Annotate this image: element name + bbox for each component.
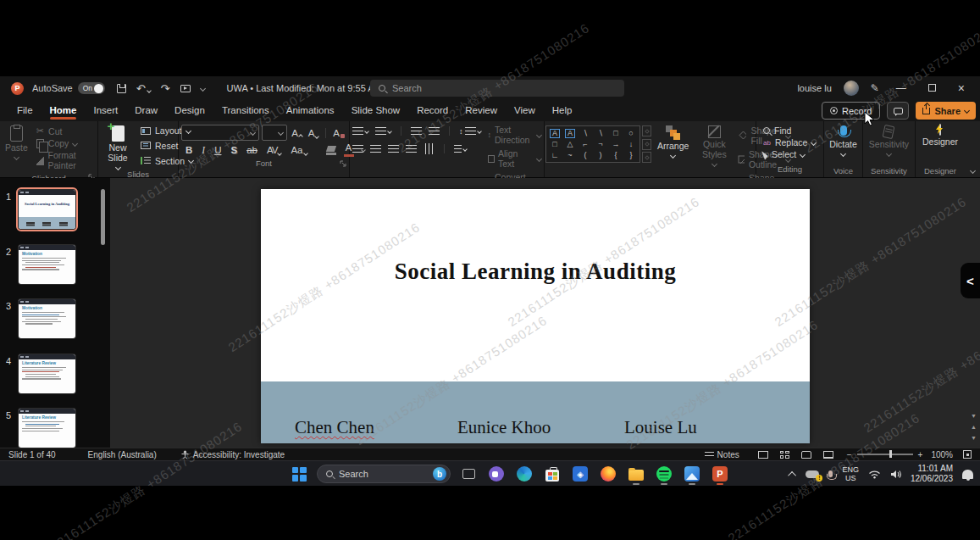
blue-app-button[interactable]: ◈	[570, 463, 590, 485]
hidden-icons-chevron-icon[interactable]	[789, 470, 797, 479]
line-spacing-button[interactable]: ↕	[459, 127, 481, 136]
shape-oval[interactable]: ○	[628, 130, 633, 137]
clear-formatting-button[interactable]: A	[331, 128, 346, 138]
designer-button[interactable]: Designer	[918, 123, 962, 164]
shapes-gallery[interactable]: A A ∖ ∖ □ ○ □ △ ⌐ ¬ → ↓ ∟ ~ (	[545, 125, 640, 163]
notes-button[interactable]: Notes	[705, 450, 739, 459]
ink-pen-icon[interactable]: ✎	[871, 83, 879, 93]
zoom-in-button[interactable]: +	[918, 450, 923, 459]
tab-draw[interactable]: Draw	[126, 102, 166, 120]
shapes-scroll-up-icon[interactable]	[642, 125, 651, 136]
shape-curve[interactable]: ~	[568, 152, 572, 159]
volume-icon[interactable]	[890, 470, 901, 479]
reading-view-button[interactable]	[801, 451, 811, 459]
titlebar-search[interactable]: Search	[370, 80, 624, 97]
microsoft-store-button[interactable]	[542, 463, 562, 485]
align-center-button[interactable]	[370, 145, 381, 153]
author-eunice-khoo[interactable]: Eunice Khoo	[457, 417, 551, 438]
record-button[interactable]: Record	[822, 102, 880, 120]
shape-arc[interactable]: (	[584, 152, 587, 159]
change-case-button[interactable]: Aa	[289, 145, 308, 155]
clock[interactable]: 11:01 AM 12/06/2023	[911, 464, 953, 485]
user-avatar[interactable]	[844, 81, 859, 96]
dictate-button[interactable]: Dictate	[825, 123, 861, 164]
fit-slide-to-window-icon[interactable]	[963, 450, 972, 459]
slide-indicator[interactable]: Slide 1 of 40	[8, 450, 56, 459]
font-name-combobox[interactable]	[181, 125, 259, 141]
zoom-slider[interactable]	[857, 454, 913, 454]
accessibility-status[interactable]: Accessibility: Investigate	[180, 450, 285, 459]
firefox-button[interactable]	[598, 463, 618, 485]
language-switcher[interactable]: ENG US	[842, 465, 859, 483]
collapse-ribbon-icon[interactable]	[969, 168, 975, 174]
autosave-control[interactable]: AutoSave On	[32, 82, 105, 94]
shape-textbox-alt[interactable]: A	[565, 129, 575, 138]
tab-home[interactable]: Home	[42, 102, 86, 120]
taskbar-search[interactable]: Search b	[317, 465, 451, 483]
tab-design[interactable]: Design	[166, 102, 213, 120]
tab-animations[interactable]: Animations	[278, 102, 343, 120]
character-spacing-button[interactable]: AV	[265, 145, 284, 155]
shape-right-brace[interactable]: }	[629, 152, 632, 159]
shrink-font-button[interactable]: A	[307, 128, 321, 138]
previous-slide-button[interactable]: ▲	[971, 424, 977, 430]
find-button[interactable]: Find	[761, 125, 822, 136]
thumbnail-scrollbar[interactable]	[101, 189, 105, 245]
qat-overflow-icon[interactable]	[199, 85, 205, 91]
slide-thumbnail-3[interactable]: Motivation	[19, 299, 75, 338]
notifications-bell-icon[interactable]	[962, 470, 973, 479]
next-slide-button[interactable]: ▼	[971, 435, 977, 441]
text-shadow-button[interactable]: S	[229, 145, 239, 155]
zoom-out-button[interactable]: −	[847, 450, 852, 459]
grow-font-button[interactable]: A	[290, 128, 304, 138]
chat-app-button[interactable]	[486, 463, 507, 485]
shape-rectangle[interactable]: □	[613, 130, 617, 137]
paste-button[interactable]: Paste	[1, 123, 32, 174]
slide-thumbnail-1[interactable]: Social Learning in Auditing	[19, 190, 75, 229]
shapes-scroll-down-icon[interactable]	[642, 139, 651, 150]
new-slide-button[interactable]: New Slide	[99, 123, 136, 170]
add-remove-columns-button[interactable]	[454, 145, 467, 153]
copy-button[interactable]: Copy	[34, 137, 97, 149]
tab-record[interactable]: Record	[408, 102, 457, 120]
bold-button[interactable]: B	[184, 145, 194, 155]
slideshow-view-button[interactable]	[823, 451, 833, 459]
powerpoint-app-icon[interactable]: P	[11, 82, 24, 95]
align-right-button[interactable]	[388, 145, 399, 153]
font-dialog-launcher-icon[interactable]	[340, 160, 346, 167]
italic-button[interactable]: I	[200, 145, 207, 155]
font-size-combobox[interactable]	[262, 125, 287, 141]
shape-down-arrow[interactable]: ↓	[629, 141, 634, 148]
redo-icon[interactable]: ↷	[161, 83, 170, 94]
tray-microphone-icon[interactable]	[828, 470, 833, 477]
align-text-button[interactable]: Align Text	[488, 148, 542, 169]
language-indicator[interactable]: English (Australia)	[88, 450, 157, 459]
wifi-icon[interactable]	[868, 470, 881, 479]
slide-thumbnail-2[interactable]: Motivation	[19, 245, 75, 284]
autosave-toggle[interactable]: On	[78, 82, 105, 94]
tab-slide-show[interactable]: Slide Show	[343, 102, 409, 120]
shape-rounded-rectangle[interactable]: □	[552, 141, 556, 148]
shape-freeform[interactable]: ∟	[551, 152, 559, 159]
bullets-button[interactable]	[352, 127, 368, 135]
tab-file[interactable]: File	[8, 102, 42, 120]
save-icon[interactable]	[117, 84, 126, 93]
slide-canvas[interactable]: Social Learning in Auditing Chen Chen Eu…	[261, 189, 810, 443]
zoom-slider-thumb[interactable]	[889, 450, 893, 458]
close-button[interactable]: ×	[953, 81, 970, 95]
text-highlight-button[interactable]	[326, 146, 336, 155]
tab-view[interactable]: View	[506, 102, 544, 120]
strikethrough-button[interactable]: ab	[245, 145, 259, 155]
start-button[interactable]	[289, 463, 309, 485]
slide-title[interactable]: Social Learning in Auditing	[261, 259, 810, 285]
edge-button[interactable]	[514, 463, 534, 485]
scroll-down-arrow-icon[interactable]: ▼	[971, 413, 977, 419]
numbering-button[interactable]	[375, 127, 391, 135]
minimize-button[interactable]: —	[891, 82, 911, 94]
shapes-gallery-more-icon[interactable]	[642, 152, 651, 163]
shape-arc-2[interactable]: )	[600, 152, 602, 159]
slide-thumbnail-5[interactable]: Literature Review	[19, 409, 75, 448]
slide-thumbnail-4[interactable]: Literature Review	[19, 354, 75, 393]
shape-right-arrow[interactable]: →	[612, 141, 620, 148]
normal-view-button[interactable]	[758, 451, 768, 459]
